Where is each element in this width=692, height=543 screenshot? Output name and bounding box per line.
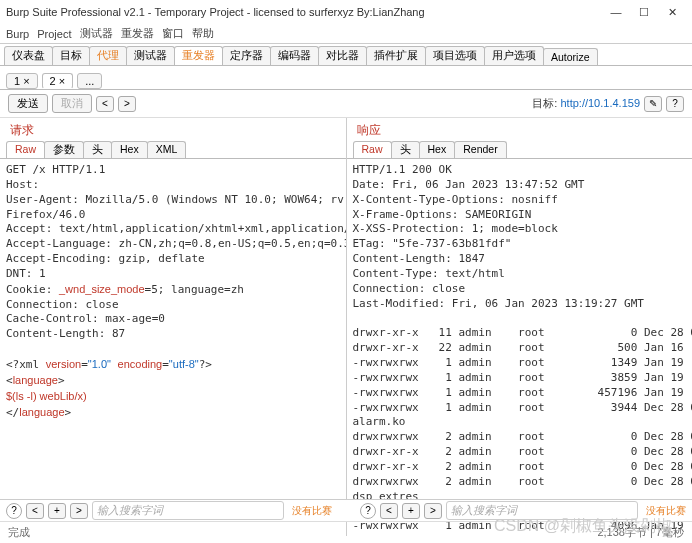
no-match-right: 没有比赛 [646,504,686,518]
action-row: 发送 取消 < > 目标: http://10.1.4.159 ✎ ? [0,90,692,118]
history-forward-button[interactable]: > [118,96,136,112]
request-tab-参数[interactable]: 参数 [44,141,84,158]
search-prev-button[interactable]: < [26,503,44,519]
response-pane: 响应 Raw头HexRender HTTP/1.1 200 OK Date: F… [347,118,693,536]
search-input-right[interactable]: 输入搜索字词 [446,501,638,520]
response-tab-Render[interactable]: Render [454,141,506,158]
request-pane: 请求 Raw参数头HexXML GET /x HTTP/1.1 Host: Us… [0,118,347,536]
search-more-r[interactable]: > [424,503,442,519]
request-tabs: Raw参数头HexXML [0,139,346,159]
tab-用户选项[interactable]: 用户选项 [484,46,544,65]
minimize-button[interactable]: — [602,6,630,18]
tab-仪表盘[interactable]: 仪表盘 [4,46,53,65]
tab-对比器[interactable]: 对比器 [318,46,367,65]
menu-重发器[interactable]: 重发器 [121,26,154,41]
search-input[interactable]: 输入搜索字词 [92,501,284,520]
search-prev-r[interactable]: < [380,503,398,519]
maximize-button[interactable]: ☐ [630,6,658,19]
repeater-tab-2[interactable]: ... [77,73,102,89]
response-title: 响应 [347,118,693,139]
gear-icon[interactable]: ? [6,503,22,519]
response-tab-Raw[interactable]: Raw [353,141,392,158]
main-tabs: 仪表盘目标代理测试器重发器定序器编码器对比器插件扩展项目选项用户选项Autori… [0,44,692,66]
repeater-tab-1[interactable]: 2 × [42,73,74,89]
tab-定序器[interactable]: 定序器 [222,46,271,65]
repeater-tab-0[interactable]: 1 × [6,73,38,89]
tab-编码器[interactable]: 编码器 [270,46,319,65]
menu-窗口[interactable]: 窗口 [162,26,184,41]
no-match-left: 没有比赛 [292,504,332,518]
request-tab-头[interactable]: 头 [83,141,112,158]
tab-重发器[interactable]: 重发器 [174,46,223,65]
tab-测试器[interactable]: 测试器 [126,46,175,65]
send-button[interactable]: 发送 [8,94,48,113]
request-tab-Raw[interactable]: Raw [6,141,45,158]
close-button[interactable]: ✕ [658,6,686,19]
repeater-subtabs: 1 ×2 ×... [0,66,692,90]
response-tab-Hex[interactable]: Hex [419,141,456,158]
cancel-button[interactable]: 取消 [52,94,92,113]
search-next-r[interactable]: + [402,503,420,519]
target-edit-icon[interactable]: ✎ [644,96,662,112]
help-button[interactable]: ? [666,96,684,112]
request-tab-XML[interactable]: XML [147,141,187,158]
search-bar: ? < + > 输入搜索字词 没有比赛 ? < + > 输入搜索字词 没有比赛 [0,499,692,521]
menu-Burp[interactable]: Burp [6,28,29,40]
menu-bar: BurpProject测试器重发器窗口帮助 [0,24,692,44]
tab-代理[interactable]: 代理 [89,46,127,65]
menu-测试器[interactable]: 测试器 [80,26,113,41]
response-tabs: Raw头HexRender [347,139,693,159]
target-url[interactable]: http://10.1.4.159 [560,97,640,109]
status-bar: 完成 2,138字节 | 7毫秒 [0,521,692,543]
response-content[interactable]: HTTP/1.1 200 OK Date: Fri, 06 Jan 2023 1… [347,159,693,536]
menu-Project[interactable]: Project [37,28,71,40]
window-title: Burp Suite Professional v2.1 - Temporary… [6,6,602,18]
response-tab-头[interactable]: 头 [391,141,420,158]
split-panes: 请求 Raw参数头HexXML GET /x HTTP/1.1 Host: Us… [0,118,692,536]
status-left: 完成 [8,525,30,540]
status-right: 2,138字节 | 7毫秒 [597,525,684,540]
request-content[interactable]: GET /x HTTP/1.1 Host: User-Agent: Mozill… [0,159,346,536]
tab-插件扩展[interactable]: 插件扩展 [366,46,426,65]
tab-项目选项[interactable]: 项目选项 [425,46,485,65]
menu-帮助[interactable]: 帮助 [192,26,214,41]
request-title: 请求 [0,118,346,139]
search-more-button[interactable]: > [70,503,88,519]
search-next-button[interactable]: + [48,503,66,519]
gear-icon-right[interactable]: ? [360,503,376,519]
target-label: 目标: http://10.1.4.159 [532,96,640,111]
title-bar: Burp Suite Professional v2.1 - Temporary… [0,0,692,24]
tab-Autorize[interactable]: Autorize [543,48,598,65]
history-back-button[interactable]: < [96,96,114,112]
request-tab-Hex[interactable]: Hex [111,141,148,158]
tab-目标[interactable]: 目标 [52,46,90,65]
